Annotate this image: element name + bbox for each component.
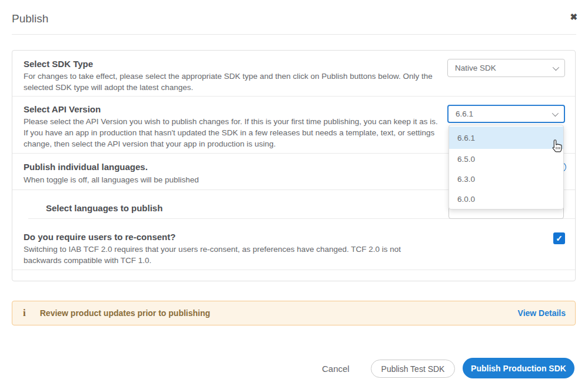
dropdown-option-650[interactable]: 6.5.0 (449, 149, 563, 169)
header-divider (12, 34, 576, 35)
chevron-down-icon (552, 109, 559, 116)
sdk-type-select-value: Native SDK (455, 64, 496, 72)
reconsent-heading: Do you require users to re-consent? (24, 232, 175, 242)
publish-test-sdk-button[interactable]: Publish Test SDK (371, 360, 455, 378)
chevron-down-icon (553, 64, 559, 70)
sdk-type-select[interactable]: Native SDK (447, 59, 565, 77)
sdk-type-heading: Select SDK Type (24, 59, 93, 69)
banner-text: Review product updates prior to publishi… (40, 308, 210, 318)
info-icon: i (23, 307, 26, 319)
sdk-type-description: For changes to take effect, please selec… (24, 71, 436, 93)
dropdown-option-661[interactable]: 6.6.1 (449, 127, 563, 149)
view-details-link[interactable]: View Details (518, 308, 566, 318)
publish-production-sdk-button[interactable]: Publish Production SDK (463, 358, 574, 378)
languages-heading: Publish individual languages. (24, 162, 148, 172)
section-divider (12, 96, 575, 97)
languages-description: When toggle is off, all languages will b… (24, 174, 436, 185)
modal-title: Publish (12, 12, 48, 25)
cancel-button[interactable]: Cancel (322, 364, 350, 374)
api-version-select-value: 6.6.1 (456, 109, 473, 118)
cursor-icon (550, 139, 563, 155)
footer-actions: Cancel Publish Test SDK Publish Producti… (0, 356, 588, 380)
api-version-heading: Select API Version (24, 104, 101, 114)
reconsent-checkbox[interactable]: ✓ (553, 232, 565, 244)
dropdown-option-600[interactable]: 6.0.0 (449, 189, 563, 209)
api-version-description: Please select the API Version you wish t… (24, 116, 440, 149)
dropdown-option-630[interactable]: 6.3.0 (449, 169, 563, 189)
section-divider (12, 270, 575, 270)
api-version-select[interactable]: 6.6.1 (447, 105, 565, 123)
close-icon[interactable]: ✖ (570, 12, 577, 22)
checkmark-icon: ✓ (556, 234, 563, 243)
reconsent-description: Switching to IAB TCF 2.0 requires that y… (24, 244, 433, 266)
publish-modal: Publish ✖ Select SDK Type For changes to… (0, 0, 588, 389)
select-languages-subheading: Select languages to publish (46, 203, 162, 213)
review-updates-banner: i Review product updates prior to publis… (12, 301, 576, 325)
api-version-dropdown: 6.6.1 6.5.0 6.3.0 6.0.0 (449, 125, 564, 210)
